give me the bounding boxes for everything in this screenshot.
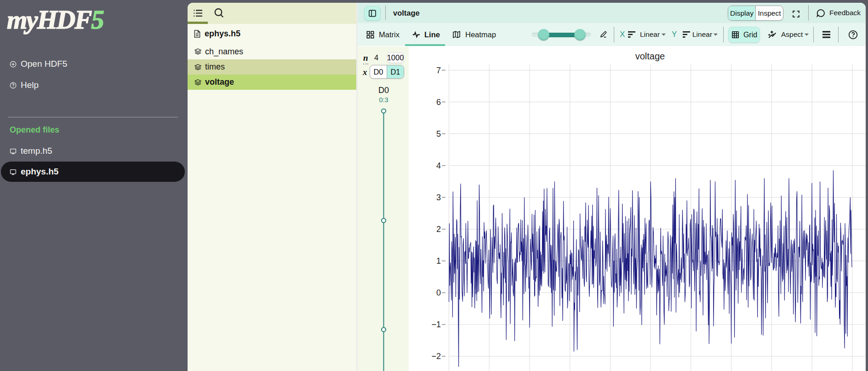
svg-text:1: 1 xyxy=(436,256,441,266)
svg-text:3: 3 xyxy=(436,193,441,202)
svg-text:7: 7 xyxy=(436,66,441,75)
svg-text:−2: −2 xyxy=(431,352,441,361)
svg-text:voltage: voltage xyxy=(635,51,665,61)
svg-text:−1: −1 xyxy=(431,320,441,329)
svg-text:6: 6 xyxy=(436,98,441,107)
svg-text:5: 5 xyxy=(436,129,441,139)
svg-text:4: 4 xyxy=(436,161,441,170)
svg-text:2: 2 xyxy=(436,225,441,234)
svg-text:0: 0 xyxy=(436,288,441,297)
